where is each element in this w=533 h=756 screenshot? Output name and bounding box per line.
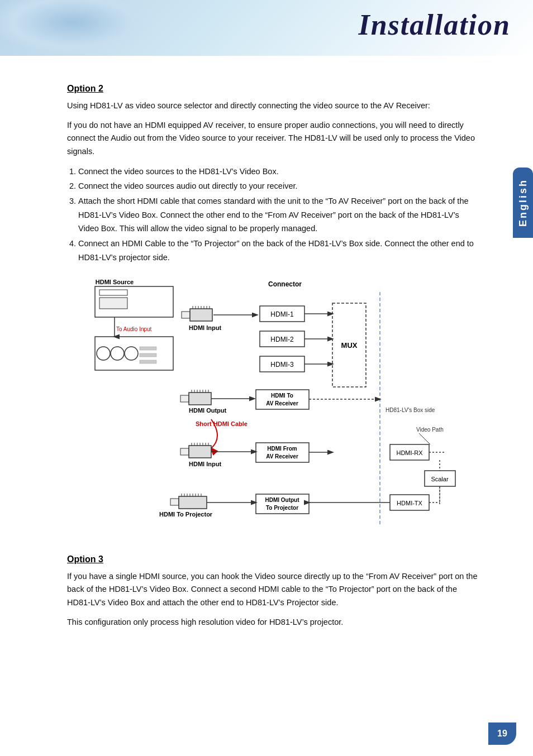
svg-rect-59 (170, 499, 179, 505)
english-tab: English (513, 168, 533, 238)
svg-rect-10 (140, 360, 156, 363)
step-3: Attach the short HDMI cable that comes s… (78, 194, 480, 236)
page-number: 19 (488, 722, 516, 745)
svg-line-55 (419, 433, 430, 444)
main-content: Option 2 Using HD81-LV as video source s… (0, 56, 514, 658)
hdmi-tx-label: HDMI-TX (397, 500, 422, 506)
option3-text2: This configuration only process high res… (67, 616, 480, 629)
option2-section: Option 2 Using HD81-LV as video source s… (67, 84, 480, 264)
svg-rect-30 (189, 393, 211, 405)
short-hdmi-cable-label: Short HDMI Cable (196, 420, 248, 427)
hd81-box-side-label: HD81-LV's Box side (386, 407, 435, 413)
svg-point-6 (111, 347, 124, 360)
option2-intro: Using HD81-LV as video source selector a… (67, 99, 480, 112)
header: Installation (0, 0, 533, 56)
hdmi-from-av-label2: AV Receiver (266, 453, 298, 460)
hdmi-to-projector-label: HDMI To Projector (159, 511, 213, 518)
option2-steps: Connect the video sources to the HD81-LV… (78, 165, 480, 264)
mux-label: MUX (341, 341, 358, 350)
hdmi2-label: HDMI-2 (270, 336, 294, 343)
hdmi3-label: HDMI-3 (270, 361, 294, 369)
diagram-container: HDMI Source To Audio Input HDMI Input (67, 275, 480, 543)
svg-point-5 (97, 347, 110, 360)
svg-rect-41 (180, 448, 189, 455)
video-path-label: Video Path (416, 427, 444, 433)
step-1: Connect the video sources to the HD81-LV… (78, 165, 480, 179)
hdmi-from-av-label: HDMI From (267, 446, 297, 452)
option3-heading: Option 3 (67, 554, 480, 564)
svg-rect-12 (190, 309, 212, 321)
hdmi-to-av-label: HDMI To (271, 393, 293, 399)
hdmi-input-label: HDMI Input (189, 324, 221, 331)
svg-point-7 (125, 347, 138, 360)
option2-heading: Option 2 (67, 84, 480, 94)
connector-label: Connector (268, 280, 302, 288)
hdmi-to-av-label2: AV Receiver (266, 400, 298, 406)
hdmi-source-label: HDMI Source (96, 279, 134, 285)
svg-rect-2 (99, 298, 127, 309)
svg-rect-4 (95, 337, 173, 370)
option2-detail: If you do not have an HDMI equipped AV r… (67, 119, 480, 158)
svg-rect-42 (189, 446, 211, 458)
svg-rect-9 (140, 353, 156, 357)
hdmi1-label: HDMI-1 (270, 310, 294, 318)
scalar-label: Scalar (431, 476, 449, 482)
page-title: Installation (358, 8, 511, 41)
diagram-svg: HDMI Source To Audio Input HDMI Input (84, 275, 464, 543)
svg-rect-29 (180, 395, 189, 402)
svg-rect-8 (140, 347, 156, 350)
svg-rect-11 (182, 312, 190, 318)
step-2: Connect the video sources audio out dire… (78, 179, 480, 193)
hdmi-rx-label: HDMI-RX (396, 449, 423, 456)
hdmi-output-proj-label: HDMI Output (265, 497, 299, 503)
step-4: Connect an HDMI Cable to the “To Project… (78, 237, 480, 264)
hdmi-output-label: HDMI Output (189, 407, 227, 414)
option3-text1: If you have a single HDMI source, you ca… (67, 570, 480, 609)
to-audio-input-label: To Audio Input (116, 326, 152, 332)
svg-rect-1 (99, 290, 127, 295)
hdmi-input2-label: HDMI Input (189, 461, 221, 467)
hdmi-output-proj-label2: To Projector (266, 505, 298, 511)
svg-rect-60 (179, 496, 207, 509)
option3-section: Option 3 If you have a single HDMI sourc… (67, 554, 480, 629)
